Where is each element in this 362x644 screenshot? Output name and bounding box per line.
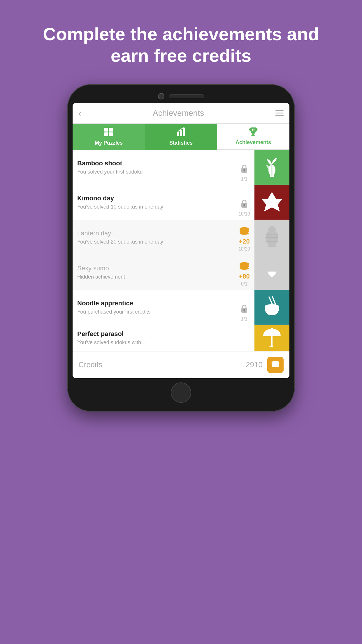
menu-line-1 — [275, 110, 284, 111]
kimono-middle: 10/10 — [234, 185, 254, 220]
menu-line-3 — [275, 115, 284, 116]
phone-bottom — [73, 382, 289, 403]
svg-rect-8 — [252, 133, 254, 135]
heading-line2: earn free credits — [111, 46, 251, 66]
achievement-list: Bamboo shoot You solved your first sudok… — [73, 150, 289, 351]
phone-speaker — [169, 94, 204, 98]
heading-line1: Complete the achievements and — [43, 24, 319, 44]
lantern-desc: You've solved 20 sudokus in one day — [77, 239, 229, 245]
kimono-name: Kimono day — [77, 195, 229, 202]
phone-camera — [158, 93, 164, 99]
svg-rect-0 — [104, 128, 108, 132]
credits-coin-button[interactable] — [267, 357, 284, 373]
sumo-coin-icon — [239, 262, 249, 273]
svg-rect-4 — [177, 132, 179, 136]
credits-label: Credits — [78, 360, 246, 369]
noodle-badge — [254, 290, 289, 325]
tab-bar: My Puzzles Statistics — [73, 124, 289, 150]
bamboo-middle: 1/1 — [234, 150, 254, 185]
svg-point-39 — [265, 304, 279, 309]
achievement-lantern-day: Lantern day You've solved 20 sudokus in … — [73, 220, 289, 255]
achievement-kimono-day: Kimono day You've solved 10 sudokus in o… — [73, 185, 289, 220]
lantern-bonus-amount: +20 — [239, 238, 249, 245]
grid-icon — [104, 127, 113, 139]
parasol-middle — [234, 325, 254, 351]
lantern-content: Lantern day You've solved 20 sudokus in … — [73, 220, 234, 255]
achievement-bamboo-shoot: Bamboo shoot You solved your first sudok… — [73, 150, 289, 185]
svg-rect-3 — [109, 132, 113, 136]
back-button[interactable]: ‹ — [78, 108, 81, 118]
bamboo-desc: You solved your first sudoku — [77, 169, 229, 175]
lantern-bonus: +20 10/20 — [234, 220, 254, 255]
svg-point-46 — [272, 365, 280, 367]
parasol-desc: You've solved sudokus with... — [77, 340, 229, 346]
phone-home-button[interactable] — [171, 382, 191, 403]
sumo-desc: Hidden achievement — [77, 274, 229, 280]
svg-rect-2 — [104, 132, 108, 136]
noodle-desc: You purchased your first credits — [77, 309, 229, 315]
phone-screen: ‹ Achievements — [73, 103, 289, 378]
kimono-lock-icon — [240, 199, 248, 210]
svg-point-43 — [271, 328, 273, 330]
noodle-progress: 1/1 — [241, 316, 247, 322]
svg-rect-9 — [251, 135, 255, 136]
tab-my-puzzles[interactable]: My Puzzles — [73, 124, 145, 150]
chart-icon — [176, 127, 186, 139]
menu-line-2 — [275, 113, 284, 113]
sumo-name: Sexy sumo — [77, 265, 229, 272]
parasol-name: Perfect parasol — [77, 330, 229, 338]
svg-rect-28 — [268, 245, 276, 247]
credits-bar: Credits 2910 — [73, 351, 289, 378]
noodle-middle: 1/1 — [234, 290, 254, 325]
bamboo-progress: 1/1 — [241, 176, 247, 182]
kimono-badge — [254, 185, 289, 220]
lantern-coin-icon — [239, 227, 249, 238]
noodle-content: Noodle apprentice You purchased your fir… — [73, 290, 234, 325]
app-title: Achievements — [81, 108, 275, 118]
sumo-content: Sexy sumo Hidden achievement — [73, 255, 234, 290]
bamboo-name: Bamboo shoot — [77, 160, 229, 167]
svg-marker-21 — [262, 192, 282, 211]
svg-point-35 — [240, 267, 249, 270]
svg-rect-20 — [244, 205, 245, 206]
svg-rect-14 — [244, 170, 245, 172]
achievement-noodle-apprentice: Noodle apprentice You purchased your fir… — [73, 290, 289, 325]
bamboo-content: Bamboo shoot You solved your first sudok… — [73, 150, 234, 185]
tab-achievements[interactable]: ★ Achievements — [217, 124, 289, 150]
kimono-progress: 10/10 — [238, 211, 250, 217]
phone-device: ‹ Achievements — [67, 84, 295, 412]
noodle-lock-icon — [240, 304, 248, 315]
achievement-sexy-sumo: Sexy sumo Hidden achievement — [73, 255, 289, 290]
achievement-perfect-parasol: Perfect parasol You've solved sudokus wi… — [73, 325, 289, 351]
svg-rect-38 — [244, 310, 245, 312]
svg-point-24 — [240, 232, 249, 235]
app-header: ‹ Achievements — [73, 103, 289, 124]
sumo-progress: 0/1 — [241, 281, 247, 287]
page-heading: Complete the achievements and earn free … — [20, 23, 342, 67]
menu-button[interactable] — [275, 110, 284, 116]
tab-statistics[interactable]: Statistics — [145, 124, 217, 150]
sumo-badge — [254, 255, 289, 290]
lantern-name: Lantern day — [77, 230, 229, 237]
credits-amount: 2910 — [246, 360, 263, 369]
sumo-bonus-amount: +80 — [239, 273, 249, 280]
kimono-content: Kimono day You've solved 10 sudokus in o… — [73, 185, 234, 220]
tab-my-puzzles-label: My Puzzles — [95, 140, 123, 146]
svg-rect-5 — [180, 130, 182, 136]
parasol-badge — [254, 325, 289, 351]
bamboo-lock-icon — [240, 164, 248, 175]
lantern-badge — [254, 220, 289, 255]
lantern-progress: 10/20 — [238, 246, 250, 252]
svg-rect-1 — [109, 128, 113, 132]
kimono-desc: You've solved 10 sudokus in one day — [77, 204, 229, 210]
tab-achievements-label: Achievements — [236, 139, 271, 146]
parasol-content: Perfect parasol You've solved sudokus wi… — [73, 325, 234, 351]
sumo-bonus: +80 0/1 — [234, 255, 254, 290]
noodle-name: Noodle apprentice — [77, 300, 229, 307]
tab-statistics-label: Statistics — [169, 140, 193, 146]
svg-text:★: ★ — [252, 129, 255, 132]
trophy-icon: ★ — [249, 127, 258, 138]
svg-rect-25 — [270, 226, 274, 228]
bamboo-badge — [254, 150, 289, 185]
